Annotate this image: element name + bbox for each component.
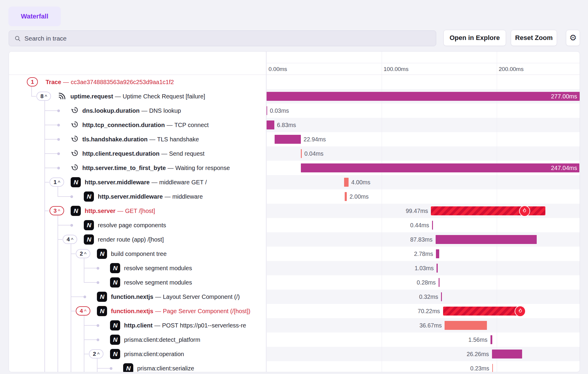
trace-waterfall-page: { "tab": { "label": "Waterfall" }, "tool… (0, 0, 588, 374)
span-name: function.nextjs (111, 308, 153, 314)
span-row-label[interactable]: Nhttp.client—POST https://p01--serverles… (9, 318, 266, 333)
span-toggle-badge[interactable]: 4^ (76, 306, 90, 316)
nextjs-icon: N (97, 249, 107, 259)
span-bar[interactable] (301, 149, 302, 158)
span-row-label[interactable]: Trace—cc3ae3748883563a926c253d9aa1c1f2 (9, 75, 266, 89)
fire-icon[interactable] (519, 205, 530, 217)
tree-connector (44, 139, 58, 140)
tree-dot (83, 296, 86, 298)
settings-button[interactable]: ⚙ (566, 30, 580, 46)
tree-connector (97, 358, 98, 372)
tree-dot (70, 224, 73, 227)
span-row-label[interactable]: Nresolve segment modules (9, 275, 266, 290)
span-bar[interactable] (267, 120, 274, 129)
duration-label: 22.94ms (304, 132, 326, 146)
tree-connector (31, 96, 36, 97)
span-bar[interactable] (275, 135, 301, 144)
open-in-explore-button[interactable]: Open in Explore (443, 30, 506, 46)
tab-waterfall[interactable]: Waterfall (8, 7, 61, 26)
span-bar[interactable] (436, 249, 439, 258)
tree-connector (58, 215, 58, 372)
span-bar[interactable] (432, 221, 433, 230)
span-toggle-badge[interactable]: 1^ (49, 177, 64, 187)
tree-dot (57, 109, 60, 112)
span-toggle-badge[interactable]: 3^ (49, 206, 64, 215)
reset-zoom-button[interactable]: Reset Zoom (511, 30, 557, 46)
search-input[interactable]: Search in trace (9, 30, 436, 46)
duration-label: 2.00ms (349, 189, 369, 204)
chevron-up-icon: ^ (71, 237, 73, 243)
span-bar[interactable] (441, 292, 442, 301)
span-separator: — (61, 79, 71, 85)
span-bar[interactable] (443, 307, 524, 316)
span-bar[interactable]: 247.04ms (301, 163, 579, 172)
span-bar[interactable]: 277.00ms (267, 92, 580, 101)
tree-rows-layer: Trace—cc3ae3748883563a926c253d9aa1c1f21u… (9, 75, 266, 372)
duration-label: 247.04ms (551, 165, 580, 171)
chevron-up-icon: ^ (97, 352, 100, 358)
span-bar[interactable] (439, 278, 440, 287)
nextjs-icon: N (110, 349, 120, 359)
span-toggle-badge[interactable]: 4^ (63, 235, 77, 244)
trace-panel: Trace—cc3ae3748883563a926c253d9aa1c1f21u… (9, 51, 580, 372)
tree-connector (71, 244, 71, 372)
tree-connector (44, 125, 58, 125)
span-bar[interactable] (344, 178, 349, 187)
duration-label: 99.47ms (406, 204, 428, 218)
span-row-label[interactable]: Nrender route (app) /[host] (9, 232, 266, 247)
span-toggle-badge[interactable]: 8^ (36, 92, 51, 101)
tick-label: 100.00ms (384, 63, 408, 75)
gear-icon: ⚙ (569, 34, 577, 42)
span-title: tls.handshake.duration—TLS handshake (82, 132, 199, 146)
search-icon (14, 35, 21, 42)
span-title: http.server.time_to_first_byte—Waiting f… (82, 161, 230, 175)
span-bar[interactable] (267, 106, 267, 115)
row-stripe (267, 118, 580, 132)
span-row-label[interactable]: Nresolve segment modules (9, 261, 266, 275)
span-description: Page Server Component (/[host]) (163, 308, 250, 314)
nextjs-icon: N (110, 263, 120, 273)
span-bar[interactable] (492, 350, 522, 358)
span-row-label[interactable]: Nprisma:client:serialize (9, 361, 266, 372)
span-toggle-badge[interactable]: 2^ (89, 349, 103, 358)
span-bar[interactable] (437, 264, 438, 273)
span-name: resolve segment modules (124, 279, 192, 286)
span-tree-pane: Trace—cc3ae3748883563a926c253d9aa1c1f21u… (9, 52, 266, 372)
span-name: http.tcp_connection.duration (82, 122, 165, 128)
span-row-label[interactable]: Nhttp.server.middleware—middleware (9, 189, 266, 204)
span-name: dns.lookup.duration (82, 107, 140, 114)
span-bar[interactable] (436, 235, 537, 244)
span-bar[interactable] (345, 192, 347, 201)
span-row-label[interactable]: Nprisma:client:detect_platform (9, 333, 266, 347)
span-name: http.client.request.duration (82, 150, 160, 157)
span-bar[interactable] (492, 364, 493, 372)
span-title: http.tcp_connection.duration—TCP connect (82, 118, 209, 132)
tree-dot (57, 152, 60, 155)
span-name: resolve segment modules (124, 265, 192, 271)
header-divider (9, 75, 580, 75)
duration-label: 0.32ms (419, 290, 438, 304)
span-row-label[interactable]: Nfunction.nextjs—Layout Server Component… (9, 290, 266, 304)
clock-icon (71, 149, 79, 158)
sentry-icon (58, 91, 67, 102)
span-name: resolve page components (98, 222, 166, 228)
span-row-label[interactable]: Nprisma:client:operation (9, 347, 266, 361)
span-description: Send request (169, 150, 205, 157)
nextjs-icon: N (97, 306, 107, 316)
duration-label: 0.04ms (304, 146, 324, 161)
span-row-label[interactable]: Nfunction.nextjs—Page Server Component (… (9, 304, 266, 318)
span-toggle-badge[interactable]: 1 (27, 77, 38, 86)
tree-dot (110, 367, 112, 370)
span-toggle-badge[interactable]: 2^ (76, 249, 90, 258)
span-title: http.client—POST https://p01--serverless… (124, 318, 246, 333)
nextjs-icon: N (71, 206, 81, 216)
tree-connector (84, 282, 98, 283)
span-row-label[interactable]: Nresolve page components (9, 218, 266, 232)
span-row-label[interactable]: Nbuild component tree (9, 247, 266, 261)
tab-waterfall-label: Waterfall (21, 13, 48, 20)
span-bar[interactable] (445, 321, 487, 330)
span-separator: — (150, 179, 159, 186)
tree-connector (71, 296, 85, 297)
fire-icon[interactable] (515, 306, 526, 317)
span-bar[interactable] (490, 335, 492, 344)
